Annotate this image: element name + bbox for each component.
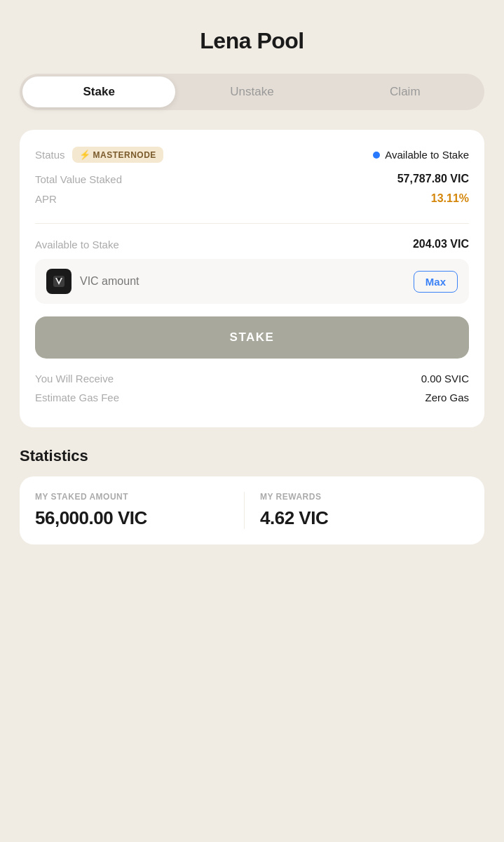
tab-claim[interactable]: Claim [329,76,482,107]
total-value: 57,787.80 VIC [397,173,469,185]
input-available-label: Available to Stake [35,239,119,250]
status-row: Status ⚡ MASTERNODE Available to Stake [35,147,469,163]
stat-staked-value: 56,000.00 VIC [35,507,244,529]
tab-stake[interactable]: Stake [22,76,175,107]
total-value-row: Total Value Staked 57,787.80 VIC [35,173,469,185]
apr-label: APR [35,193,57,205]
receive-value: 0.00 SVIC [421,373,469,385]
masternode-badge: ⚡ MASTERNODE [72,147,163,163]
stat-rewards-label: MY REWARDS [260,492,469,502]
apr-row: APR 13.11% [35,192,469,205]
apr-value: 13.11% [431,192,469,205]
available-indicator: Available to Stake [373,149,469,161]
status-label: Status [35,149,65,161]
total-value-label: Total Value Staked [35,173,122,185]
stake-button[interactable]: STAKE [35,316,469,359]
status-left: Status ⚡ MASTERNODE [35,147,163,163]
input-header: Available to Stake 204.03 VIC [35,238,469,250]
divider [35,223,469,224]
badge-text: MASTERNODE [93,150,156,160]
receive-label: You Will Receive [35,373,114,385]
max-button[interactable]: Max [414,271,458,293]
stat-rewards-value: 4.62 VIC [260,507,469,529]
available-text: Available to Stake [385,149,469,161]
page-title: Lena Pool [20,28,484,54]
receive-row: You Will Receive 0.00 SVIC [35,373,469,385]
stat-staked-amount: MY STAKED AMOUNT 56,000.00 VIC [35,492,244,529]
stat-staked-label: MY STAKED AMOUNT [35,492,244,502]
gas-label: Estimate Gas Fee [35,392,119,403]
bolt-icon: ⚡ [79,149,90,160]
statistics-title: Statistics [20,447,484,465]
blue-dot-icon [373,152,380,159]
vic-amount-input[interactable] [80,275,405,288]
main-card: Status ⚡ MASTERNODE Available to Stake T… [20,130,484,427]
stats-card: MY STAKED AMOUNT 56,000.00 VIC MY REWARD… [20,476,484,544]
gas-row: Estimate Gas Fee Zero Gas [35,392,469,403]
input-section: Available to Stake 204.03 VIC Max STAKE [35,238,469,410]
app-container: Lena Pool Stake Unstake Claim Status ⚡ M… [0,0,504,842]
gas-value: Zero Gas [425,392,469,403]
input-available-value: 204.03 VIC [413,238,469,250]
vic-token-icon [46,269,71,294]
input-box: Max [35,259,469,304]
tab-bar: Stake Unstake Claim [20,74,484,110]
tab-unstake[interactable]: Unstake [175,76,328,107]
stat-rewards: MY REWARDS 4.62 VIC [244,492,469,529]
